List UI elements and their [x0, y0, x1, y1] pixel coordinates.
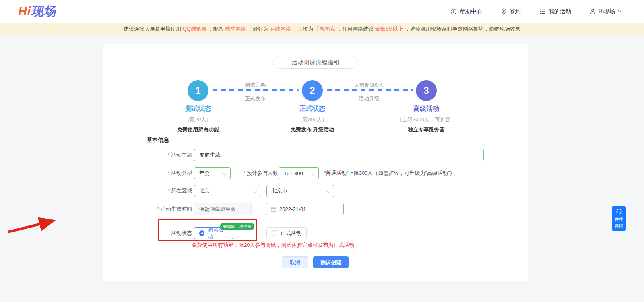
theme-input[interactable] — [194, 149, 484, 161]
headset-icon — [616, 208, 622, 216]
notice-text: 建议连接大屏幕电脑使用 QQ浏览器 ，配备 独立网络 ，最好为 有线网络 ，其次… — [124, 25, 520, 33]
guide-title: 活动创建流程指引 — [291, 59, 340, 66]
attendees-select[interactable]: 101-300 — [279, 167, 319, 179]
trial-badge: 先体验，后付费 — [220, 223, 254, 230]
main-area: 活动创建流程指引 测试完毕 正式发布 人数超300人 活动升级 1 2 3 测试… — [0, 35, 644, 302]
cancel-button[interactable]: 取消 — [282, 256, 308, 268]
region-province-select[interactable]: 北京 — [194, 185, 260, 197]
connector-2-bottom-label: 活动升级 — [337, 95, 401, 102]
step-3-name: 高级活动 — [374, 105, 479, 113]
online-consult-button[interactable]: 在线 咨询 — [612, 206, 626, 231]
step-1-text: 测试状态 （限20人） 免费使用所有功能 — [146, 105, 250, 133]
pin-icon — [501, 8, 507, 15]
end-date-value: 2022-01-01 — [279, 206, 306, 212]
menu-label: 签到 — [510, 8, 521, 15]
radio-selected-icon — [199, 230, 204, 236]
step-3-circle: 3 — [416, 80, 437, 101]
step-1-circle: 1 — [188, 80, 208, 101]
region-city-value: 北京市 — [272, 187, 287, 194]
status-option-formal[interactable]: 正式活动 — [266, 227, 307, 239]
calendar-icon — [271, 207, 276, 212]
annotation-arrow — [6, 212, 60, 234]
user-icon — [590, 8, 596, 15]
step-connector-2 — [327, 89, 413, 91]
menu-item-my-activities[interactable]: 我的活动 — [539, 8, 571, 15]
guide-title-pill: 活动创建流程指引 — [273, 56, 358, 69]
consult-label-line2: 咨询 — [615, 223, 623, 229]
region-label: *所在区域 — [103, 185, 192, 197]
chevron-down-icon — [253, 189, 257, 193]
connector-1-top-label: 测试完毕 — [223, 81, 287, 89]
list-icon — [539, 8, 546, 15]
attendees-select-value: 101-300 — [284, 170, 303, 176]
logo-text-scene: 现场 — [31, 4, 56, 18]
step-connector-1 — [213, 89, 299, 91]
menu-label: 我的活动 — [549, 8, 571, 15]
type-label: *活动类型 — [103, 167, 192, 179]
status-option-formal-label: 正式活动 — [281, 230, 301, 237]
form-row-status: 活动状态 测试活动 先体验，后付费 正式活动 — [103, 227, 528, 239]
connector-2-top-label: 人数超300人 — [337, 81, 401, 89]
step-2-circle: 2 — [302, 80, 323, 101]
step-3-text: 高级活动 （上限3000人，可扩容） 独立专享服务器 — [374, 105, 479, 133]
chevron-down-icon — [327, 189, 331, 193]
form-row-theme: *活动主题 — [103, 149, 528, 161]
attendees-hint: “普通活动”上限300人（如需扩容，可升级为“高级活动”） — [324, 167, 455, 179]
start-time-input — [194, 203, 252, 215]
status-note: 免费使用所有功能，限20人参与测试，测试体验完成可发布为正式活动 — [192, 242, 354, 249]
step-3-limit: （上限3000人，可扩容） — [374, 116, 479, 123]
confirm-create-button[interactable]: 确认创建 — [313, 256, 349, 268]
menu-label: Hi现场 — [599, 8, 615, 15]
end-date-picker[interactable]: 2022-01-01 — [266, 203, 344, 215]
step-1-limit: （限20人） — [146, 116, 250, 123]
step-1-name: 测试状态 — [146, 105, 250, 113]
step-2-desc: 免费发布 升级活动 — [260, 126, 365, 133]
menu-item-account[interactable]: Hi现场 — [590, 8, 622, 15]
consult-label-line1: 在线 — [615, 217, 623, 222]
menu-item-checkin[interactable]: 签到 — [501, 8, 521, 15]
form-row-effective-time: *活动生效时间 - 2022-01-01 — [103, 203, 528, 215]
info-icon — [450, 8, 457, 15]
effective-time-label: *活动生效时间 — [103, 203, 192, 215]
theme-label: *活动主题 — [103, 149, 192, 161]
chevron-down-icon — [312, 172, 316, 176]
menu-item-help-center[interactable]: 帮助中心 — [450, 8, 482, 15]
region-province-value: 北京 — [199, 187, 210, 194]
radio-unselected-icon — [272, 230, 277, 236]
step-1-desc: 免费使用所有功能 — [146, 126, 250, 133]
step-3-desc: 独立专享服务器 — [374, 126, 479, 133]
step-2-text: 正式状态 （限300人） 免费发布 升级活动 — [260, 105, 365, 133]
create-activity-card: 活动创建流程指引 测试完毕 正式发布 人数超300人 活动升级 1 2 3 测试… — [103, 44, 528, 281]
form-row-region: *所在区域 北京 北京市 — [103, 185, 528, 197]
region-city-select[interactable]: 北京市 — [266, 185, 334, 197]
top-navbar: Hi现场 帮助中心 签到 我的活动 Hi现场 — [0, 0, 644, 23]
logo-text-hi: Hi — [18, 4, 31, 18]
app-logo[interactable]: Hi现场 — [18, 3, 56, 20]
attendees-label: *预计参与人数 — [223, 167, 278, 179]
section-title-basic-info: 基本信息 — [147, 137, 169, 144]
menu-label: 帮助中心 — [460, 8, 482, 15]
status-label: 活动状态 — [103, 227, 192, 239]
navbar-menu: 帮助中心 签到 我的活动 Hi现场 — [450, 8, 622, 15]
form-row-type-attendees: *活动类型 年会 *预计参与人数 101-300 “普通活动”上限300人（如需… — [103, 167, 528, 179]
date-range-separator: - — [255, 203, 263, 215]
network-notice-bar: 建议连接大屏幕电脑使用 QQ浏览器 ，配备 独立网络 ，最好为 有线网络 ，其次… — [0, 23, 644, 35]
step-2-name: 正式状态 — [260, 105, 365, 113]
connector-1-bottom-label: 正式发布 — [223, 95, 287, 102]
step-2-limit: （限300人） — [260, 116, 365, 123]
type-select-value: 年会 — [199, 170, 210, 177]
chevron-down-icon — [618, 10, 622, 13]
